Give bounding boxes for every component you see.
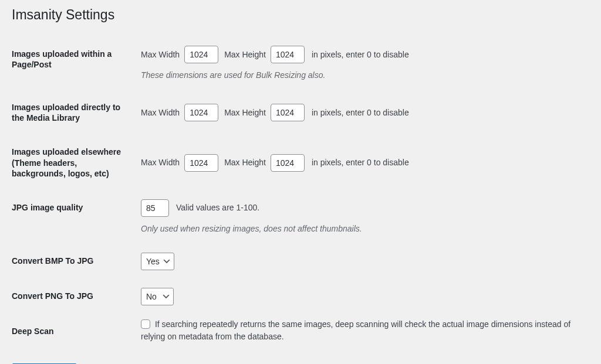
settings-form: Images uploaded within a Page/Post Max W… bbox=[12, 37, 589, 352]
page-post-max-height-input[interactable] bbox=[271, 46, 305, 63]
jpg-quality-hint: Valid values are 1-100. bbox=[176, 202, 259, 214]
max-width-label: Max Width bbox=[141, 49, 180, 61]
label-page-post-upload: Images uploaded within a Page/Post bbox=[12, 37, 135, 90]
media-library-suffix: in pixels, enter 0 to disable bbox=[312, 107, 409, 119]
label-convert-png: Convert PNG To JPG bbox=[12, 279, 135, 314]
jpg-quality-description: Only used when resizing images, does not… bbox=[141, 223, 583, 235]
label-jpg-quality: JPG image quality bbox=[12, 190, 135, 244]
max-height-label: Max Height bbox=[224, 107, 266, 119]
jpg-quality-input[interactable] bbox=[141, 199, 169, 217]
max-width-label: Max Width bbox=[141, 107, 180, 119]
media-library-max-width-input[interactable] bbox=[184, 104, 218, 121]
elsewhere-suffix: in pixels, enter 0 to disable bbox=[312, 157, 409, 169]
deep-scan-text: If searching repeatedly returns the same… bbox=[141, 319, 570, 341]
deep-scan-checkbox[interactable] bbox=[141, 319, 150, 329]
convert-png-select[interactable]: No bbox=[141, 288, 174, 305]
label-elsewhere-upload: Images uploaded elsewhere (Theme headers… bbox=[12, 135, 135, 190]
label-media-library-upload: Images uploaded directly to the Media Li… bbox=[12, 90, 135, 135]
max-height-label: Max Height bbox=[224, 157, 266, 169]
max-width-label: Max Width bbox=[141, 157, 180, 169]
page-post-description: These dimensions are used for Bulk Resiz… bbox=[141, 69, 583, 81]
page-post-max-width-input[interactable] bbox=[184, 46, 218, 63]
label-deep-scan: Deep Scan bbox=[12, 314, 135, 352]
label-convert-bmp: Convert BMP To JPG bbox=[12, 244, 135, 279]
elsewhere-max-height-input[interactable] bbox=[271, 154, 305, 172]
page-title: Imsanity Settings bbox=[12, 6, 589, 23]
convert-bmp-select[interactable]: Yes bbox=[141, 253, 174, 270]
media-library-max-height-input[interactable] bbox=[271, 104, 305, 121]
elsewhere-max-width-input[interactable] bbox=[184, 154, 218, 172]
max-height-label: Max Height bbox=[224, 49, 266, 61]
page-post-suffix: in pixels, enter 0 to disable bbox=[312, 49, 409, 61]
